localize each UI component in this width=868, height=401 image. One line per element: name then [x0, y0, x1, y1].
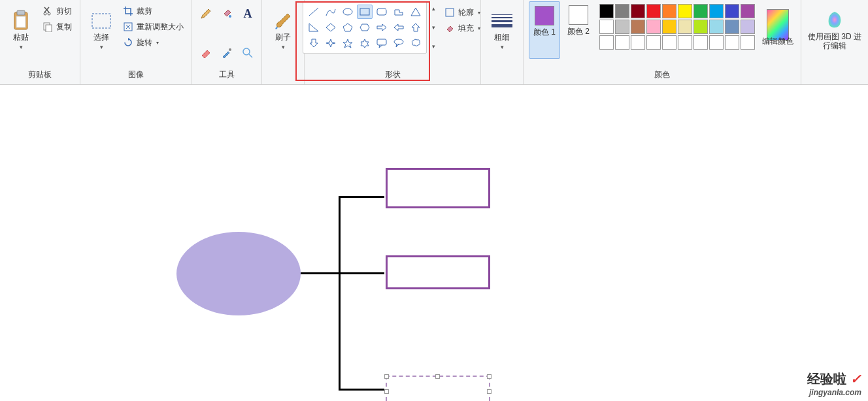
paste-button[interactable]: 粘贴 ▾ — [5, 1, 37, 59]
palette-swatch[interactable] — [646, 35, 661, 50]
palette-swatch[interactable] — [599, 4, 614, 18]
palette-swatch[interactable] — [725, 35, 739, 50]
palette-swatch[interactable] — [615, 35, 629, 50]
pencil-tool[interactable] — [197, 5, 214, 22]
brush-label: 刷子 — [275, 33, 291, 42]
shape-triangle[interactable] — [408, 5, 424, 19]
shape-line[interactable] — [306, 5, 322, 19]
thickness-icon — [491, 10, 513, 32]
chevron-down-icon: ▾ — [282, 44, 285, 50]
cut-button[interactable]: 剪切 — [39, 4, 75, 18]
shape-oval[interactable] — [340, 5, 356, 19]
copy-button[interactable]: 复制 — [39, 20, 75, 34]
thickness-button[interactable]: 粗细 ▾ — [486, 1, 518, 59]
shape-callout-oval[interactable] — [391, 36, 407, 50]
watermark: 经验啦 ✓ jingyanla.com — [807, 370, 861, 397]
shape-arrow-right[interactable] — [374, 20, 390, 35]
outline-button[interactable]: 轮廓 ▾ — [441, 5, 483, 20]
palette-swatch[interactable] — [709, 35, 724, 50]
svg-rect-7 — [92, 14, 110, 28]
eraser-tool[interactable] — [197, 44, 214, 61]
palette-swatch[interactable] — [725, 20, 739, 34]
palette-swatch[interactable] — [599, 20, 614, 34]
chevron-down-icon: ▾ — [100, 44, 103, 50]
group-label-colors: 颜色 — [654, 67, 670, 84]
palette-swatch[interactable] — [646, 4, 661, 18]
diagram-ellipse — [176, 232, 301, 315]
palette-swatch[interactable] — [678, 4, 692, 18]
edit-colors-button[interactable]: 编辑颜色 — [760, 1, 795, 59]
gallery-up[interactable]: ▴ — [429, 4, 439, 13]
canvas[interactable] — [0, 85, 868, 401]
shape-arrow-up[interactable] — [408, 20, 424, 35]
watermark-text: 经验啦 — [807, 372, 846, 386]
color2-button[interactable]: 颜色 2 — [563, 1, 594, 59]
fill-tool[interactable] — [218, 5, 235, 22]
shape-callout-cloud[interactable] — [408, 36, 424, 50]
shape-arrow-down[interactable] — [306, 36, 322, 50]
resize-button[interactable]: 重新调整大小 — [120, 20, 186, 34]
palette-swatch[interactable] — [615, 4, 629, 18]
magnifier-tool[interactable] — [239, 44, 256, 61]
select-button[interactable]: 选择 ▾ — [86, 1, 117, 59]
palette-swatch[interactable] — [725, 4, 739, 18]
shape-rounded-rect[interactable] — [374, 5, 390, 19]
gallery-more[interactable]: ▾ — [429, 42, 439, 51]
palette-swatch[interactable] — [741, 4, 755, 18]
crop-label: 裁剪 — [137, 6, 152, 17]
group-label-clipboard: 剪贴板 — [28, 67, 52, 84]
paste-label: 粘贴 — [13, 33, 29, 42]
shape-star4[interactable] — [323, 36, 339, 50]
shapes-gallery[interactable] — [303, 1, 427, 54]
palette-swatch[interactable] — [662, 20, 676, 34]
palette-swatch[interactable] — [709, 4, 724, 18]
svg-point-11 — [243, 48, 250, 55]
palette-swatch[interactable] — [741, 35, 755, 50]
color1-button[interactable]: 颜色 1 — [529, 1, 560, 59]
group-tools: A 工具 — [192, 0, 262, 84]
shape-hexagon[interactable] — [357, 20, 373, 35]
palette-swatch[interactable] — [693, 4, 708, 18]
palette-swatch[interactable] — [631, 35, 645, 50]
cut-label: 剪切 — [56, 6, 72, 17]
rotate-icon — [122, 37, 134, 48]
diagram-rect-1 — [386, 168, 490, 208]
color1-label: 颜色 1 — [533, 28, 556, 37]
palette-swatch[interactable] — [631, 4, 645, 18]
palette-swatch[interactable] — [599, 35, 614, 50]
resize-label: 重新调整大小 — [137, 22, 184, 33]
palette-swatch[interactable] — [615, 20, 629, 34]
shape-rectangle[interactable] — [357, 5, 373, 19]
shape-arrow-left[interactable] — [391, 20, 407, 35]
text-tool[interactable]: A — [239, 5, 256, 22]
shape-right-triangle[interactable] — [306, 20, 322, 35]
palette-swatch[interactable] — [662, 4, 676, 18]
palette-swatch[interactable] — [662, 35, 676, 50]
brush-button[interactable]: 刷子 ▾ — [267, 1, 299, 59]
palette-swatch[interactable] — [678, 35, 692, 50]
color-picker-tool[interactable] — [218, 44, 235, 61]
shape-curve[interactable] — [323, 5, 339, 19]
palette-swatch[interactable] — [631, 20, 645, 34]
paint3d-button[interactable]: 使用画图 3D 进行编辑 — [807, 1, 863, 59]
connector — [339, 272, 384, 274]
shape-pentagon[interactable] — [340, 20, 356, 35]
palette-swatch[interactable] — [741, 20, 755, 34]
diagram-rect-3-selected[interactable] — [386, 376, 490, 401]
palette-swatch[interactable] — [693, 20, 708, 34]
palette-swatch[interactable] — [709, 20, 724, 34]
svg-point-16 — [394, 39, 403, 44]
shape-polygon[interactable] — [391, 5, 407, 19]
fill-button[interactable]: 填充 ▾ — [441, 21, 483, 35]
shape-star5[interactable] — [340, 36, 356, 50]
shape-callout-rect[interactable] — [374, 36, 390, 50]
palette-swatch[interactable] — [646, 20, 661, 34]
palette-swatch[interactable] — [678, 20, 692, 34]
rotate-button[interactable]: 旋转 ▾ — [120, 35, 186, 50]
palette-swatch[interactable] — [693, 35, 708, 50]
shape-star6[interactable] — [357, 36, 373, 50]
crop-button[interactable]: 裁剪 — [120, 4, 186, 18]
shape-diamond[interactable] — [323, 20, 339, 35]
thickness-label: 粗细 — [494, 33, 510, 42]
gallery-down[interactable]: ▾ — [429, 23, 439, 32]
